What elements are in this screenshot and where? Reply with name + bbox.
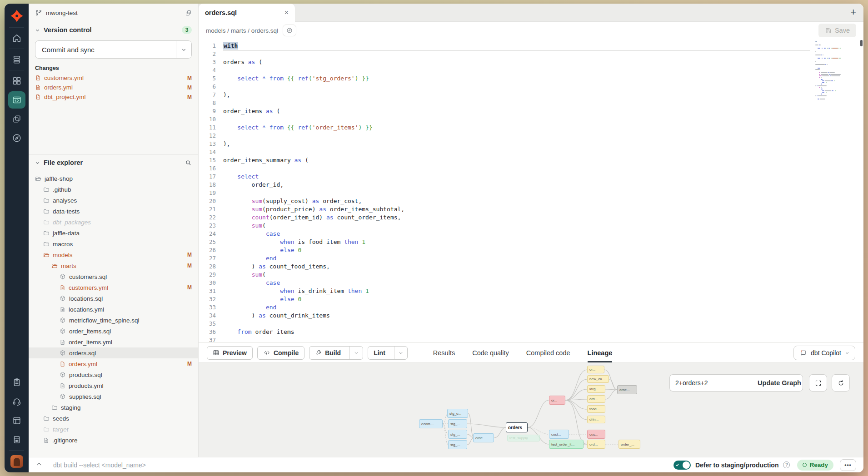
lint-options-caret[interactable]: [394, 347, 407, 359]
tree-item-customers.sql[interactable]: customers.sql: [29, 271, 198, 282]
open-in-lineage-button[interactable]: [283, 25, 296, 36]
tree-item-order_items.yml[interactable]: order_items.yml: [29, 337, 198, 347]
lineage-node-ord[interactable]: ord...: [587, 395, 605, 403]
lineage-node-orde[interactable]: orde...: [473, 433, 494, 442]
search-icon[interactable]: [185, 159, 192, 166]
tab-code-quality[interactable]: Code quality: [472, 343, 509, 362]
tree-item-marts[interactable]: martsM: [29, 260, 198, 271]
lineage-node-or[interactable]: or...: [549, 396, 565, 405]
user-avatar[interactable]: [10, 455, 23, 468]
lineage-node-drin[interactable]: drin...: [587, 416, 605, 423]
tree-item-jaffle-data[interactable]: jaffle-data: [29, 228, 198, 238]
lineage-selector-input[interactable]: 2+orders+2: [669, 374, 756, 392]
dbt-copilot-button[interactable]: dbt Copilot: [793, 346, 855, 360]
build-options-caret[interactable]: [349, 347, 363, 359]
command-input[interactable]: dbt build --select <model_name>: [53, 461, 146, 469]
lineage-node-food[interactable]: food...: [587, 405, 605, 413]
new-tab-button[interactable]: +: [850, 6, 856, 18]
tree-item-.gitignore[interactable]: .gitignore: [29, 435, 198, 446]
breadcrumb[interactable]: models / marts / orders.sql: [206, 27, 278, 34]
editor-scrollbar-thumb[interactable]: [860, 40, 863, 46]
lineage-node-cust[interactable]: cust...: [549, 430, 569, 439]
lineage-node-order_[interactable]: order_...: [619, 440, 640, 449]
changed-file-dbt_project.yml[interactable]: dbt_project.ymlM: [29, 92, 198, 102]
compile-button[interactable]: Compile: [257, 346, 304, 360]
tab-results[interactable]: Results: [433, 343, 455, 362]
tree-item-analyses[interactable]: analyses: [29, 195, 198, 206]
tab-orders-sql[interactable]: orders.sql ×: [199, 4, 295, 22]
preview-button[interactable]: Preview: [207, 346, 253, 360]
tree-item-macros[interactable]: macros: [29, 238, 198, 249]
commit-and-sync-button[interactable]: Commit and sync: [35, 40, 192, 59]
lineage-node-test_order_it[interactable]: test_order_it...: [549, 440, 584, 449]
code-content[interactable]: withorders as ( select * from {{ ref('st…: [223, 42, 813, 342]
lineage-node-cus[interactable]: cus...: [587, 430, 605, 439]
clipboard-icon[interactable]: [8, 373, 26, 392]
lineage-node-stg_[interactable]: stg_...: [448, 430, 467, 439]
expand-command-bar-button[interactable]: [36, 461, 42, 469]
lineage-node-new_cu[interactable]: new_cu...: [587, 375, 609, 383]
lineage-node-test_supply[interactable]: test_supply...: [507, 435, 540, 441]
docs-icon[interactable]: [8, 411, 26, 430]
tree-item-data-tests[interactable]: data-tests: [29, 206, 198, 217]
version-control-header[interactable]: Version control 3: [29, 22, 198, 38]
projects-icon[interactable]: [8, 109, 26, 129]
dbt-logo-icon[interactable]: [10, 8, 24, 24]
defer-toggle[interactable]: [673, 461, 691, 470]
warehouse-icon[interactable]: [8, 50, 26, 69]
tree-item-orders.sql[interactable]: orders.sql: [29, 347, 198, 358]
tree-item-supplies.sql[interactable]: supplies.sql: [29, 391, 198, 402]
close-tab-icon[interactable]: ×: [284, 9, 289, 16]
tab-lineage[interactable]: Lineage: [588, 343, 613, 362]
lineage-node-stg_o[interactable]: stg_o...: [447, 409, 468, 418]
commit-options-caret[interactable]: [176, 41, 191, 58]
tab-compiled-code[interactable]: Compiled code: [526, 343, 570, 362]
tree-item-jaffle-shop[interactable]: jaffle-shop: [29, 173, 198, 184]
tree-item-products.sql[interactable]: products.sql: [29, 369, 198, 380]
changed-file-customers.yml[interactable]: customers.ymlM: [29, 73, 198, 83]
lineage-node-stg_[interactable]: stg_...: [448, 440, 467, 449]
tree-item-target[interactable]: target: [29, 424, 198, 435]
lineage-node-orders[interactable]: orders: [506, 422, 528, 432]
lineage-node-stg_[interactable]: stg_...: [448, 419, 467, 428]
build-main-segment[interactable]: Build: [309, 347, 346, 359]
tree-item-orders.yml[interactable]: orders.ymlM: [29, 358, 198, 369]
copy-icon[interactable]: [185, 10, 192, 16]
explore-icon[interactable]: [8, 129, 26, 148]
tree-item-seeds[interactable]: seeds: [29, 413, 198, 424]
tree-item-order_items.sql[interactable]: order_items.sql: [29, 326, 198, 337]
tree-item-products.yml[interactable]: products.yml: [29, 380, 198, 391]
code-editor-icon[interactable]: [8, 91, 25, 109]
save-button[interactable]: Save: [818, 24, 856, 37]
lineage-node-orde[interactable]: orde...: [617, 385, 637, 394]
changed-file-orders.yml[interactable]: orders.ymlM: [29, 83, 198, 92]
lineage-node-or[interactable]: or...: [587, 366, 604, 373]
catalog-icon[interactable]: [8, 430, 26, 449]
support-headset-icon[interactable]: [8, 392, 26, 411]
help-icon[interactable]: ?: [783, 461, 790, 468]
update-graph-button[interactable]: Update Graph: [756, 374, 803, 392]
tree-item-staging[interactable]: staging: [29, 402, 198, 413]
tree-item-locations.sql[interactable]: locations.sql: [29, 293, 198, 304]
tree-item-dbt_packages[interactable]: dbt_packages: [29, 217, 198, 228]
lineage-canvas[interactable]: ecom....stg_o...stg_...stg_...stg_...ord…: [199, 362, 863, 457]
tree-item-metricflow_time_spine.sql[interactable]: metricflow_time_spine.sql: [29, 315, 198, 326]
minimap[interactable]: [815, 41, 852, 102]
lineage-node-ecom[interactable]: ecom....: [419, 419, 443, 428]
more-options-button[interactable]: •••: [840, 459, 856, 471]
refresh-button[interactable]: [832, 374, 850, 392]
git-branch-row[interactable]: mwong-test: [29, 4, 198, 22]
code-editor[interactable]: 1234567891011121314151617181920212223242…: [199, 39, 863, 342]
tree-item-customers.yml[interactable]: customers.ymlM: [29, 282, 198, 293]
lint-button[interactable]: Lint: [368, 346, 408, 360]
lineage-node-larg[interactable]: larg...: [587, 385, 605, 393]
lineage-node-ord[interactable]: ord...: [587, 440, 605, 449]
home-icon[interactable]: [8, 29, 26, 48]
tree-item-.github[interactable]: .github: [29, 184, 198, 195]
file-explorer-header[interactable]: File explorer: [29, 155, 198, 170]
tree-item-locations.yml[interactable]: locations.yml: [29, 304, 198, 315]
fullscreen-button[interactable]: [809, 374, 827, 392]
build-button[interactable]: Build: [309, 346, 363, 360]
grid-icon[interactable]: [8, 71, 26, 90]
tree-item-models[interactable]: modelsM: [29, 249, 198, 260]
